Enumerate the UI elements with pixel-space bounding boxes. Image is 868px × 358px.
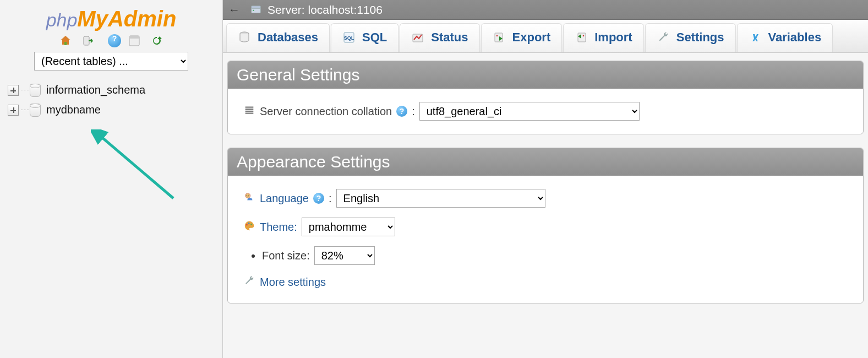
row-theme: Theme: pmahomme: [243, 218, 848, 236]
server-bar: ← Server: localhost:1106: [223, 0, 868, 20]
svg-rect-6: [252, 6, 261, 8]
theme-select[interactable]: pmahomme: [302, 218, 395, 236]
svg-rect-0: [64, 42, 67, 45]
tab-label: Status: [431, 30, 468, 45]
db-tree: information_schema mydbname: [8, 80, 222, 120]
wrench-icon: [243, 275, 255, 290]
svg-point-22: [248, 194, 249, 196]
svg-rect-16: [245, 106, 254, 107]
db-name[interactable]: information_schema: [46, 84, 145, 96]
svg-rect-14: [578, 33, 586, 42]
theme-icon: [243, 220, 255, 235]
tabbar: Databases SQL SQL Status Export Import: [223, 20, 868, 53]
sql-icon: SQL: [342, 31, 356, 44]
server-icon: [250, 4, 262, 16]
colon: :: [329, 192, 332, 205]
collation-label: Server connection collation: [260, 105, 392, 118]
main-body: General Settings Server connection colla…: [223, 53, 868, 358]
tab-export[interactable]: Export: [481, 23, 563, 52]
sidebar: phpMyAdmin ? (Recent tables) ... informa…: [0, 0, 223, 358]
tab-label: Variables: [768, 30, 822, 45]
row-fontsize: Font size: 82%: [243, 246, 848, 265]
svg-point-7: [253, 9, 254, 10]
panel-appearance-settings: Appearance Settings Language ? : English: [227, 148, 864, 303]
query-window-icon[interactable]: [128, 34, 141, 47]
expand-icon[interactable]: [8, 105, 19, 116]
help-docs-icon[interactable]: ?: [105, 34, 118, 47]
svg-line-4: [99, 135, 173, 198]
tab-label: Import: [594, 30, 632, 45]
database-icon: [30, 84, 41, 97]
theme-label[interactable]: Theme:: [260, 221, 297, 234]
tree-connector: [21, 110, 29, 110]
tab-label: Export: [512, 30, 551, 45]
expand-icon[interactable]: [8, 85, 19, 96]
svg-point-15: [583, 35, 585, 37]
status-icon: [411, 31, 424, 44]
svg-rect-12: [495, 33, 503, 42]
svg-point-23: [246, 224, 248, 225]
logo-part-my: My: [77, 7, 108, 31]
logo-part-php: php: [46, 9, 78, 30]
variables-icon: [749, 31, 762, 44]
server-label: Server: localhost:1106: [268, 3, 383, 17]
svg-point-20: [245, 193, 250, 198]
tab-import[interactable]: Import: [563, 23, 643, 52]
language-icon: [243, 191, 255, 206]
panel-title: General Settings: [228, 61, 863, 89]
svg-point-13: [496, 35, 498, 37]
reload-icon[interactable]: [150, 34, 163, 47]
annotation-arrow: [91, 129, 184, 207]
phpmyadmin-logo: phpMyAdmin: [0, 7, 222, 31]
language-select[interactable]: English: [336, 189, 545, 208]
database-icon: [30, 104, 41, 117]
tab-databases[interactable]: Databases: [226, 23, 330, 52]
help-icon[interactable]: ?: [313, 193, 324, 204]
svg-rect-18: [245, 110, 254, 111]
row-more-settings: More settings: [243, 275, 848, 290]
import-icon: [575, 31, 588, 44]
svg-rect-17: [245, 109, 254, 110]
svg-rect-1: [84, 36, 89, 45]
row-collation: Server connection collation ? : utf8_gen…: [243, 102, 848, 121]
svg-rect-19: [245, 112, 254, 113]
db-tree-item[interactable]: information_schema: [8, 80, 222, 100]
tree-connector: [21, 90, 29, 90]
help-icon[interactable]: ?: [396, 106, 407, 117]
tab-label: Settings: [676, 30, 724, 45]
fontsize-select[interactable]: 82%: [314, 246, 375, 265]
back-arrow-icon[interactable]: ←: [228, 3, 240, 17]
svg-rect-3: [129, 36, 139, 39]
panel-title: Appearance Settings: [228, 148, 863, 176]
tab-variables[interactable]: Variables: [737, 23, 833, 52]
svg-text:SQL: SQL: [344, 35, 354, 41]
recent-tables-wrap: (Recent tables) ...: [0, 52, 222, 70]
tab-label: Databases: [258, 30, 318, 45]
recent-tables-select[interactable]: (Recent tables) ...: [34, 52, 188, 70]
row-language: Language ? : English: [243, 189, 848, 208]
logo-part-admin: Admin: [108, 7, 176, 31]
collation-icon: [243, 104, 255, 119]
db-name[interactable]: mydbname: [46, 104, 101, 116]
databases-icon: [238, 31, 251, 44]
home-icon[interactable]: [59, 34, 72, 47]
tab-settings[interactable]: Settings: [645, 23, 736, 52]
tab-sql[interactable]: SQL SQL: [331, 23, 398, 52]
export-icon: [493, 31, 506, 44]
language-label[interactable]: Language: [260, 192, 309, 205]
panel-general-settings: General Settings Server connection colla…: [227, 61, 864, 134]
logout-icon[interactable]: [81, 34, 95, 47]
tab-status[interactable]: Status: [400, 23, 479, 52]
svg-rect-5: [252, 8, 261, 13]
collation-select[interactable]: utf8_general_ci: [419, 102, 640, 121]
sidebar-toolbar: ?: [0, 34, 222, 47]
svg-point-24: [248, 223, 250, 224]
colon: :: [412, 105, 415, 118]
svg-point-21: [247, 194, 248, 196]
more-settings-link[interactable]: More settings: [260, 276, 326, 289]
svg-point-25: [250, 223, 252, 225]
wrench-icon: [657, 31, 670, 44]
main: ← Server: localhost:1106 Databases SQL S…: [223, 0, 868, 358]
tab-label: SQL: [362, 30, 387, 45]
db-tree-item[interactable]: mydbname: [8, 100, 222, 120]
